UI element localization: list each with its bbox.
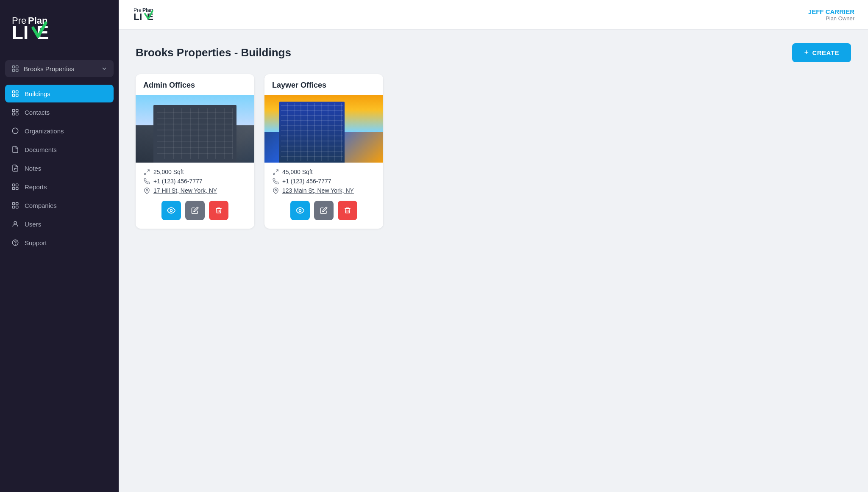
svg-line-34 [147, 169, 149, 171]
svg-text:LI: LI [12, 22, 28, 43]
sidebar-logo: Pre Plan LI E [0, 0, 119, 57]
support-icon [11, 238, 19, 247]
buildings-grid: Admin Offices [136, 74, 851, 229]
chevron-down-icon [101, 65, 108, 72]
building-1-delete-button[interactable] [209, 201, 228, 220]
sidebar: Pre Plan LI E Brooks Properties [0, 0, 119, 492]
svg-point-16 [12, 128, 18, 134]
content-area: Brooks Properties - Buildings + CREATE A… [119, 30, 868, 492]
building-2-view-button[interactable] [290, 201, 310, 220]
resize-icon [143, 169, 150, 175]
documents-icon [11, 145, 19, 154]
sidebar-item-companies[interactable]: Companies [5, 196, 114, 214]
svg-rect-26 [16, 206, 18, 208]
property-selector[interactable]: Brooks Properties [5, 60, 114, 77]
svg-point-41 [299, 210, 301, 212]
svg-rect-25 [12, 206, 14, 208]
users-icon [11, 220, 19, 228]
building-1-edit-button[interactable] [185, 201, 205, 220]
notes-label: Notes [25, 165, 41, 172]
sidebar-nav: Buildings Contacts Organizations [0, 81, 119, 492]
phone-icon [143, 178, 150, 185]
user-role: Plan Owner [808, 15, 854, 22]
sidebar-item-organizations[interactable]: Organizations [5, 122, 114, 140]
building-1-phone-row: +1 (123) 456-7777 [143, 178, 247, 185]
svg-point-36 [146, 189, 147, 191]
building-card-2: Laywer Offices [264, 74, 383, 229]
svg-rect-6 [12, 69, 14, 72]
sidebar-item-reports[interactable]: Reports [5, 178, 114, 196]
contacts-icon [11, 108, 19, 116]
building-2-delete-button[interactable] [338, 201, 357, 220]
building-1-address[interactable]: 17 Hill St, New York, NY [153, 187, 217, 194]
create-button[interactable]: + CREATE [792, 43, 851, 62]
buildings-label: Buildings [25, 90, 50, 97]
svg-line-38 [276, 169, 278, 171]
property-selector-label: Brooks Properties [24, 65, 74, 72]
topbar-logo-svg: Pre Plan LI E [132, 4, 183, 26]
svg-rect-10 [12, 94, 14, 97]
support-label: Support [25, 239, 47, 246]
organizations-icon [11, 127, 19, 135]
building-2-name: Laywer Offices [264, 74, 383, 95]
svg-rect-23 [12, 202, 14, 205]
svg-rect-9 [16, 91, 18, 93]
svg-point-40 [275, 189, 276, 191]
svg-rect-24 [16, 202, 18, 205]
building-2-phone[interactable]: +1 (123) 456-7777 [282, 178, 331, 185]
building-2-photo [264, 95, 383, 163]
users-label: Users [25, 221, 41, 228]
svg-rect-22 [16, 188, 18, 190]
companies-icon [11, 201, 19, 210]
building-2-edit-button[interactable] [314, 201, 334, 220]
building-card-1: Admin Offices [136, 74, 254, 229]
topbar-user: JEFF CARRIER Plan Owner [808, 8, 854, 22]
building-1-photo [136, 95, 254, 163]
property-selector-left: Brooks Properties [11, 64, 74, 73]
buildings-icon [11, 89, 19, 98]
building-1-info: 25,000 Sqft +1 (123) 456-7777 [136, 163, 254, 194]
building-2-sqft: 45,000 Sqft [282, 169, 313, 175]
building-1-phone[interactable]: +1 (123) 456-7777 [153, 178, 203, 185]
page-title: Brooks Properties - Buildings [136, 46, 291, 59]
building-2-image [264, 95, 383, 163]
building-2-address-row: 123 Main St, New York, NY [272, 187, 376, 194]
svg-rect-13 [16, 109, 18, 111]
building-2-phone-row: +1 (123) 456-7777 [272, 178, 376, 185]
location-icon-2 [272, 187, 279, 194]
svg-rect-19 [12, 184, 14, 186]
user-name: JEFF CARRIER [808, 8, 854, 15]
svg-point-37 [170, 210, 172, 212]
building-2-sqft-row: 45,000 Sqft [272, 169, 376, 175]
svg-rect-8 [12, 91, 14, 93]
sidebar-item-contacts[interactable]: Contacts [5, 103, 114, 121]
sidebar-item-support[interactable]: Support [5, 234, 114, 252]
svg-line-39 [273, 172, 275, 174]
topbar-logo: Pre Plan LI E [132, 4, 183, 26]
organizations-label: Organizations [25, 127, 64, 135]
building-1-sqft: 25,000 Sqft [153, 169, 184, 175]
svg-rect-11 [16, 94, 18, 97]
main-content: Pre Plan LI E JEFF CARRIER Plan Owner Br… [119, 0, 868, 492]
building-1-name: Admin Offices [136, 74, 254, 95]
building-2-actions [264, 194, 383, 220]
svg-rect-21 [12, 188, 14, 190]
resize-icon-2 [272, 169, 279, 175]
plus-icon: + [804, 48, 809, 57]
svg-rect-12 [12, 109, 14, 111]
svg-rect-15 [16, 113, 18, 115]
companies-label: Companies [25, 202, 57, 209]
sidebar-item-users[interactable]: Users [5, 215, 114, 233]
reports-icon [11, 182, 19, 191]
sidebar-item-buildings[interactable]: Buildings [5, 85, 114, 102]
phone-icon-2 [272, 178, 279, 185]
building-2-address[interactable]: 123 Main St, New York, NY [282, 187, 354, 194]
sidebar-item-notes[interactable]: Notes [5, 159, 114, 177]
building-1-actions [136, 194, 254, 220]
svg-rect-4 [12, 66, 14, 68]
building-1-view-button[interactable] [161, 201, 181, 220]
reports-label: Reports [25, 183, 47, 191]
topbar: Pre Plan LI E JEFF CARRIER Plan Owner [119, 0, 868, 30]
sidebar-item-documents[interactable]: Documents [5, 141, 114, 158]
documents-label: Documents [25, 146, 57, 153]
